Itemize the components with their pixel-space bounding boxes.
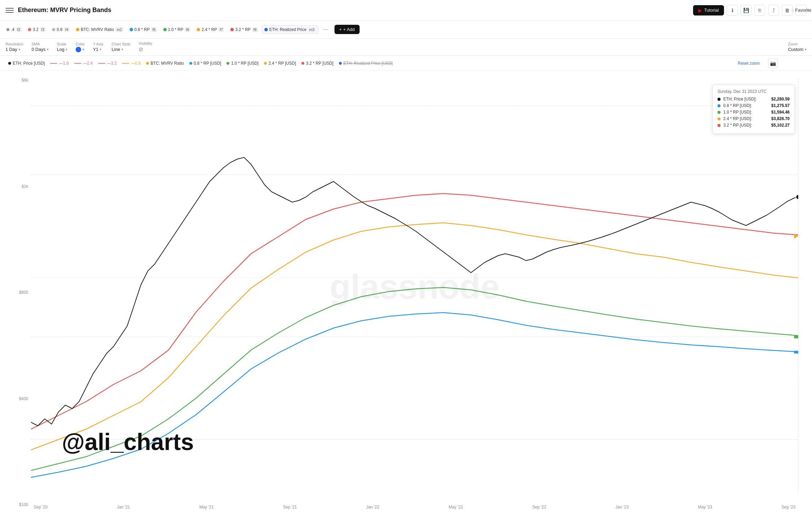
tooltip: Sunday, Dec 31 2023 UTC ETH: Price [USD]… xyxy=(712,85,795,134)
legend-1: —1.0 xyxy=(50,61,69,66)
chart-area[interactable]: $6k $2k $800 $400 $100 glassnode @ali_ch… xyxy=(0,71,812,514)
legend-dash xyxy=(74,63,81,64)
info-button[interactable]: ℹ xyxy=(727,5,738,16)
tooltip-row: ETH: Price [USD]: $2,280.59 xyxy=(717,97,790,101)
color-control[interactable]: Color ▾ xyxy=(76,42,85,52)
visibility-icon[interactable]: ⊘ xyxy=(139,46,143,53)
tutorial-button[interactable]: ▶ Tutorial xyxy=(693,5,724,15)
delete-icon: 🗑 xyxy=(785,8,790,13)
youtube-icon: ▶ xyxy=(698,8,702,13)
series-item[interactable]: 3.2 * RP f8 xyxy=(228,26,260,33)
x-axis: Sep '20 Jan '21 May '21 Sep '21 Jan '22 … xyxy=(31,500,798,514)
legend-btc: BTC: MVRV Ratio xyxy=(146,61,184,66)
series-item[interactable]: ETH: Realized Price m3 xyxy=(262,25,318,34)
legend-dot xyxy=(339,62,342,65)
tooltip-row: 1.0 * RP [USD]: $1,594.46 xyxy=(717,110,790,115)
svg-point-8 xyxy=(796,195,798,200)
legend-dot xyxy=(189,62,192,65)
zoom-control[interactable]: Zoom Custom ▾ xyxy=(788,42,806,52)
tooltip-row: 3.2 * RP [USD]: $5,102.27 xyxy=(717,123,790,128)
chart-style-control[interactable]: Chart Style Line ▾ xyxy=(112,42,130,52)
legend-3: —3.2 xyxy=(98,61,117,66)
scale-control[interactable]: Scale Log ▾ xyxy=(57,42,67,52)
reset-zoom-button[interactable]: Reset zoom xyxy=(738,61,760,66)
page-title: Ethereum: MVRV Pricing Bands xyxy=(18,7,689,14)
camera-icon: 📷 xyxy=(770,61,776,66)
series-dot xyxy=(6,28,10,31)
legend-dash xyxy=(50,63,57,64)
menu-icon[interactable] xyxy=(6,6,14,14)
more-series-button[interactable]: ··· xyxy=(320,24,331,34)
top-bar: Ethereum: MVRV Pricing Bands ▶ Tutorial … xyxy=(0,0,812,21)
copy-icon: ⎘ xyxy=(758,8,761,13)
tooltip-title: Sunday, Dec 31 2023 UTC xyxy=(717,89,790,94)
copy-button[interactable]: ⎘ xyxy=(754,5,765,16)
color-swatch[interactable] xyxy=(76,47,81,52)
series-item[interactable]: .4 f2 xyxy=(4,26,24,33)
legend-24rp: 2.4 * RP [USD] xyxy=(264,61,296,66)
series-dot xyxy=(264,28,268,31)
legend-4: —0.8 xyxy=(122,61,141,66)
legend-dot xyxy=(264,62,267,65)
series-row: .4 f2 3.2 f3 0.8 f4 BTC: MVRV Ratio m2 0… xyxy=(0,21,812,39)
series-dot xyxy=(28,28,31,31)
tooltip-dot xyxy=(717,111,721,114)
y-axis: $6k $2k $800 $400 $100 xyxy=(0,71,31,514)
series-dot xyxy=(197,28,200,31)
sma-control[interactable]: SMA 0 Days ▾ xyxy=(32,42,48,52)
series-item[interactable]: 0.8 f4 xyxy=(50,26,72,33)
tooltip-row: 2.4 * RP [USD]: $3,826.70 xyxy=(717,116,790,121)
legend-eth-price: ETH: Price [USD] xyxy=(8,61,45,66)
legend-row: ETH: Price [USD] —1.0 —2.4 —3.2 —0.8 BTC… xyxy=(0,56,812,71)
legend-dot xyxy=(227,62,229,65)
controls-row: Resolution 1 Day ▾ SMA 0 Days ▾ Scale Lo… xyxy=(0,39,812,56)
svg-text:@ali_charts: @ali_charts xyxy=(62,429,194,455)
series-item[interactable]: 1.0 * RP f6 xyxy=(161,26,193,33)
add-series-button[interactable]: + + Add xyxy=(334,25,360,34)
series-item[interactable]: BTC: MVRV Ratio m2 xyxy=(74,26,125,33)
series-dot xyxy=(230,28,234,31)
series-dot xyxy=(130,28,133,31)
chart-svg: glassnode @ali_charts xyxy=(31,71,798,500)
visibility-control[interactable]: Visibility ⊘ xyxy=(139,41,152,53)
info-icon: ℹ xyxy=(732,8,733,13)
legend-dot xyxy=(146,62,149,65)
tooltip-dot xyxy=(717,124,721,127)
share-icon: ⤴ xyxy=(772,8,775,13)
tooltip-dot xyxy=(717,117,721,120)
svg-text:glassnode: glassnode xyxy=(330,267,500,306)
legend-08rp: 0.8 * RP [USD] xyxy=(189,61,221,66)
star-icon: ☆ xyxy=(791,8,795,13)
share-button[interactable]: ⤴ xyxy=(768,5,779,16)
favorite-button[interactable]: ☆ Favorite xyxy=(795,5,806,16)
series-dot xyxy=(163,28,167,31)
tooltip-dot xyxy=(717,98,721,101)
y-axis-control[interactable]: Y Axis Y1 ▾ xyxy=(93,42,103,52)
svg-rect-9 xyxy=(794,336,798,339)
top-actions: ▶ Tutorial ℹ 💾 ⎘ ⤴ 🗑 ☆ Favorite xyxy=(693,5,806,16)
resolution-control[interactable]: Resolution 1 Day ▾ xyxy=(6,42,23,52)
series-item[interactable]: 3.2 f3 xyxy=(26,26,48,33)
save-icon: 💾 xyxy=(743,8,749,13)
series-item[interactable]: 0.8 * RP f5 xyxy=(128,26,159,33)
legend-dash xyxy=(122,63,129,64)
series-item[interactable]: 2.4 * RP f7 xyxy=(195,26,226,33)
legend-dot xyxy=(301,62,304,65)
screenshot-button[interactable]: 📷 xyxy=(768,58,778,68)
legend-eth-realized: ETH: Realized Price [USD] xyxy=(339,61,393,66)
svg-rect-10 xyxy=(794,351,798,354)
legend-10rp: 1.0 * RP [USD] xyxy=(227,61,259,66)
save-button[interactable]: 💾 xyxy=(740,5,751,16)
series-dot xyxy=(52,28,55,31)
series-dot xyxy=(76,28,79,31)
legend-2: —2.4 xyxy=(74,61,93,66)
legend-dot xyxy=(8,62,11,65)
legend-32rp: 3.2 * RP [USD] xyxy=(301,61,333,66)
legend-dash xyxy=(98,63,105,64)
tooltip-row: 0.8 * RP [USD]: $1,275.57 xyxy=(717,103,790,108)
tooltip-dot xyxy=(717,104,721,107)
